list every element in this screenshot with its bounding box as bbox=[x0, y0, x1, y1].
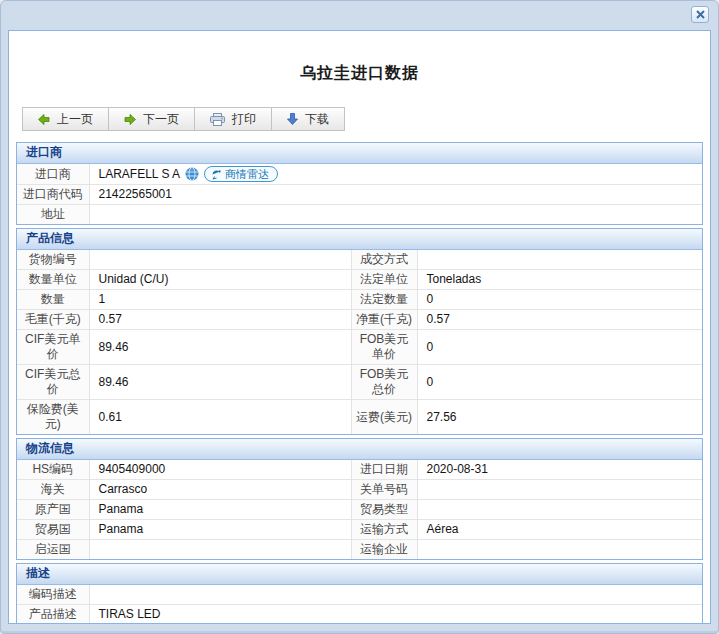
field-label: 货物编号 bbox=[17, 250, 89, 270]
radar-icon bbox=[211, 169, 222, 180]
table-row: 产品描述TIRAS LED bbox=[17, 605, 702, 625]
field-label: 原产国 bbox=[17, 500, 89, 520]
field-value bbox=[89, 540, 351, 560]
field-value: Toneladas bbox=[417, 270, 702, 290]
description-table: 编码描述产品描述TIRAS LED bbox=[17, 585, 702, 624]
field-value: Panama bbox=[89, 520, 351, 540]
field-value: 1 bbox=[89, 290, 351, 310]
field-label: CIF美元单价 bbox=[17, 330, 89, 365]
print-button[interactable]: 打印 bbox=[194, 107, 272, 131]
table-row: 启运国运输企业 bbox=[17, 540, 702, 560]
logistics-table: HS编码9405409000进口日期2020-08-31海关Carrasco关单… bbox=[17, 460, 702, 559]
field-label: 数量 bbox=[17, 290, 89, 310]
field-value bbox=[417, 500, 702, 520]
section-logistics-header: 物流信息 bbox=[17, 439, 702, 460]
section-product-header: 产品信息 bbox=[17, 229, 702, 250]
field-label: FOB美元总价 bbox=[351, 365, 417, 400]
print-label: 打印 bbox=[232, 111, 256, 128]
download-label: 下载 bbox=[305, 111, 329, 128]
field-label: 贸易类型 bbox=[351, 500, 417, 520]
business-radar-label: 商情雷达 bbox=[225, 167, 269, 182]
field-value: 27.56 bbox=[417, 400, 702, 435]
field-value: Unidad (C/U) bbox=[89, 270, 351, 290]
field-value: 0 bbox=[417, 330, 702, 365]
field-value bbox=[89, 250, 351, 270]
field-value: Carrasco bbox=[89, 480, 351, 500]
field-label: FOB美元单价 bbox=[351, 330, 417, 365]
table-row: 编码描述 bbox=[17, 585, 702, 605]
field-value: Panama bbox=[89, 500, 351, 520]
field-label: 进口日期 bbox=[351, 460, 417, 480]
section-description: 描述 编码描述产品描述TIRAS LED bbox=[16, 563, 703, 624]
green-arrow-right-icon bbox=[124, 114, 136, 125]
table-row: 数量单位Unidad (C/U)法定单位Toneladas bbox=[17, 270, 702, 290]
field-label: 法定数量 bbox=[351, 290, 417, 310]
field-label: 编码描述 bbox=[17, 585, 89, 605]
field-value: 0.57 bbox=[417, 310, 702, 330]
table-row: 货物编号成交方式 bbox=[17, 250, 702, 270]
business-radar-badge[interactable]: 商情雷达 bbox=[204, 166, 278, 182]
download-button[interactable]: 下载 bbox=[271, 107, 345, 131]
table-row: 贸易国Panama运输方式Aérea bbox=[17, 520, 702, 540]
table-row: 地址 bbox=[17, 205, 702, 225]
field-value bbox=[89, 585, 702, 605]
field-label: 法定单位 bbox=[351, 270, 417, 290]
field-label: 海关 bbox=[17, 480, 89, 500]
field-value: 2020-08-31 bbox=[417, 460, 702, 480]
field-value: 0.61 bbox=[89, 400, 351, 435]
table-row: HS编码9405409000进口日期2020-08-31 bbox=[17, 460, 702, 480]
section-logistics: 物流信息 HS编码9405409000进口日期2020-08-31海关Carra… bbox=[16, 438, 703, 560]
field-label: 净重(千克) bbox=[351, 310, 417, 330]
field-label: 产品描述 bbox=[17, 605, 89, 625]
field-label: 地址 bbox=[17, 205, 89, 225]
field-value: 89.46 bbox=[89, 365, 351, 400]
table-row: 进口商代码 21422565001 bbox=[17, 185, 702, 205]
toolbar: 上一页 下一页 打印 bbox=[22, 107, 345, 131]
table-row: 原产国Panama贸易类型 bbox=[17, 500, 702, 520]
field-value: 9405409000 bbox=[89, 460, 351, 480]
table-row: CIF美元单价89.46FOB美元单价0 bbox=[17, 330, 702, 365]
field-label: 数量单位 bbox=[17, 270, 89, 290]
table-row: 保险费(美元)0.61运费(美元)27.56 bbox=[17, 400, 702, 435]
prev-page-label: 上一页 bbox=[57, 111, 93, 128]
field-label: 进口商 bbox=[17, 164, 89, 185]
next-page-label: 下一页 bbox=[143, 111, 179, 128]
close-button[interactable] bbox=[691, 6, 709, 23]
field-value bbox=[417, 540, 702, 560]
dialog-panel: 乌拉圭进口数据 上一页 下一页 bbox=[8, 30, 711, 624]
field-value: TIRAS LED bbox=[89, 605, 702, 625]
table-row: 毛重(千克)0.57净重(千克)0.57 bbox=[17, 310, 702, 330]
importer-name: LARAFELL S A bbox=[99, 167, 181, 182]
section-product: 产品信息 货物编号成交方式数量单位Unidad (C/U)法定单位Tonelad… bbox=[16, 228, 703, 435]
prev-page-button[interactable]: 上一页 bbox=[22, 107, 109, 131]
field-value bbox=[417, 250, 702, 270]
field-label: 毛重(千克) bbox=[17, 310, 89, 330]
field-label: HS编码 bbox=[17, 460, 89, 480]
field-label: CIF美元总价 bbox=[17, 365, 89, 400]
field-value: 0.57 bbox=[89, 310, 351, 330]
table-row: 进口商 LARAFELL S A bbox=[17, 164, 702, 185]
table-row: 数量1法定数量0 bbox=[17, 290, 702, 310]
globe-icon[interactable] bbox=[185, 167, 199, 181]
section-importer: 进口商 进口商 LARAFELL S A bbox=[16, 142, 703, 225]
field-label: 启运国 bbox=[17, 540, 89, 560]
field-value: Aérea bbox=[417, 520, 702, 540]
dialog-window: 乌拉圭进口数据 上一页 下一页 bbox=[0, 0, 719, 634]
field-value: LARAFELL S A bbox=[89, 164, 702, 185]
table-row: CIF美元总价89.46FOB美元总价0 bbox=[17, 365, 702, 400]
blue-arrow-down-icon bbox=[287, 113, 298, 125]
field-value bbox=[89, 205, 702, 225]
field-label: 成交方式 bbox=[351, 250, 417, 270]
field-label: 关单号码 bbox=[351, 480, 417, 500]
field-label: 贸易国 bbox=[17, 520, 89, 540]
page-title: 乌拉圭进口数据 bbox=[9, 63, 710, 84]
field-value: 21422565001 bbox=[89, 185, 702, 205]
field-value: 0 bbox=[417, 290, 702, 310]
field-label: 运输企业 bbox=[351, 540, 417, 560]
field-label: 保险费(美元) bbox=[17, 400, 89, 435]
close-icon bbox=[696, 10, 705, 19]
next-page-button[interactable]: 下一页 bbox=[108, 107, 195, 131]
field-value bbox=[417, 480, 702, 500]
table-row: 海关Carrasco关单号码 bbox=[17, 480, 702, 500]
field-label: 运输方式 bbox=[351, 520, 417, 540]
